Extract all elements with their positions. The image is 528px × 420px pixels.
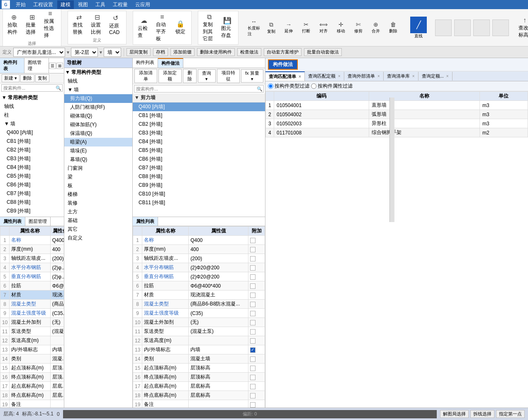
table-row[interactable]: 1 010504001 直形墙 m3 (266, 101, 528, 110)
cb-18[interactable] (250, 393, 255, 398)
level-copy-action[interactable]: 层间复制 (127, 48, 151, 56)
tree-cb8[interactable]: CB8 [外墙] (1, 198, 63, 207)
tab-layer-mgr-left[interactable]: 图层管理 (25, 217, 51, 226)
tree-cb6[interactable]: CB6 [外墙] (1, 181, 63, 189)
menu-view[interactable]: 视图 (75, 0, 91, 9)
nav-wall[interactable]: ▼ 墙 (64, 85, 132, 94)
tab-comp-list-main[interactable]: 构件列表 (133, 58, 158, 68)
delete-btn-left[interactable]: 删除 (20, 74, 34, 82)
comp-item-cb3[interactable]: CB3 [外墙] (133, 129, 265, 137)
tab-match-quota[interactable]: 查询匹配定额 × (305, 72, 344, 81)
recognize-btn-3[interactable] (473, 20, 490, 36)
tree-q400[interactable]: Q400 [内墙] (1, 128, 63, 137)
nav-hidden-beam[interactable]: 暗梁(A) (64, 138, 132, 147)
delete-unused-action[interactable]: 删除未使用构件 (197, 48, 235, 56)
menu-cloud[interactable]: 云应用 (132, 0, 153, 9)
comp-item-cb11[interactable]: CB11 [外墙] (133, 198, 265, 207)
filter-type-radio[interactable] (268, 83, 273, 89)
cb-2[interactable] (250, 247, 255, 252)
merge-btn[interactable]: ⊕合并 (367, 17, 384, 38)
cb-3[interactable] (250, 256, 255, 261)
tab-match-list[interactable]: 查询匹配清单 × (265, 71, 305, 81)
grid-icon[interactable]: ⊞ (56, 63, 63, 69)
tree-axis[interactable]: 轴线 (1, 102, 63, 111)
copy-other-btn[interactable]: ⧉复制到其它层 (201, 12, 217, 44)
tab-drawings[interactable]: 图纸管理 (24, 58, 49, 73)
cb-13[interactable] (250, 347, 255, 353)
nav-masonry-rib[interactable]: 砌体加筋(Y) (64, 120, 132, 129)
cb-17[interactable] (250, 384, 255, 389)
restore-cad-btn[interactable]: ↺还原CAD (107, 12, 124, 37)
tab-external-list[interactable]: 查询外部清单 × (344, 72, 384, 81)
close-list-lib[interactable]: × (412, 74, 415, 78)
cb-14[interactable] (250, 357, 255, 362)
status-action-2[interactable]: 拆线选择 (470, 410, 494, 418)
nav-foundation[interactable]: 基础 (64, 216, 132, 225)
change-mark-btn[interactable]: ↑查改标高 (516, 15, 528, 40)
cb-4[interactable] (250, 265, 255, 271)
nav-custom[interactable]: 自定义 (64, 234, 132, 242)
tree-common-types[interactable]: ▼ 常用构件类型 (1, 93, 63, 102)
comp-item-cb7[interactable]: CB7 [外墙] (133, 164, 265, 172)
comp-item-cb4[interactable]: CB4 [外墙] (133, 137, 265, 146)
add-quota-btn[interactable]: 添加定额 (158, 69, 181, 83)
align-btn[interactable]: ⟺对齐 (315, 17, 332, 38)
cloud-check-btn[interactable]: ☁云检查 (136, 12, 152, 44)
set-ratio-btn[interactable]: ⊟设置比例 (89, 12, 105, 37)
tree-cb2[interactable]: CB2 [外墙] (1, 146, 63, 154)
tree-cb4[interactable]: CB4 [外墙] (1, 163, 63, 172)
table-row[interactable]: 3 010502003 异形柱 m3 (266, 119, 528, 128)
tab-quota-def[interactable]: 查询定额... × (419, 72, 453, 81)
filter-prop-radio[interactable] (311, 83, 316, 89)
cb-9[interactable] (250, 311, 255, 316)
cb-7[interactable] (250, 293, 255, 298)
save-action[interactable]: 存档 (153, 48, 168, 56)
cb-1[interactable] (250, 238, 255, 243)
cb-6[interactable] (250, 283, 255, 289)
line-btn[interactable]: ╱ (410, 17, 427, 33)
menu-start[interactable]: 开始 (12, 0, 29, 9)
copy-btn-left[interactable]: 复制 (35, 74, 49, 82)
filter-by-type[interactable]: 按构件类型过滤 (268, 83, 309, 90)
comp-item-cb9[interactable]: CB9 [外墙] (133, 181, 265, 190)
press-select-btn[interactable]: ≡按属性选择 (42, 9, 58, 40)
query-btn[interactable]: 查询 ▾ (198, 69, 216, 83)
cb-10[interactable] (250, 320, 255, 325)
recognize-btn-4[interactable] (492, 20, 509, 36)
nav-civil-wall[interactable]: 人防门框墙(RF) (64, 103, 132, 112)
menu-tools[interactable]: 工具 (92, 0, 109, 9)
tab-comp-method[interactable]: 构件做法 (158, 58, 183, 68)
comp-item-cb6[interactable]: CB6 [外墙] (133, 155, 265, 164)
search-input-left[interactable] (1, 84, 63, 92)
tab-comp-list[interactable]: 构件列表 (0, 58, 24, 73)
tree-cb5[interactable]: CB5 [外墙] (1, 172, 63, 181)
table-row[interactable]: 2 010504002 弧形墙 m3 (266, 110, 528, 119)
tree-cb9[interactable]: CB9 [外墙] (1, 207, 63, 215)
project-feature-btn[interactable]: 项目特征 (217, 69, 240, 83)
pick-btn[interactable]: ⊕拾取构件 (5, 9, 22, 40)
nav-door-hole[interactable]: 门窗洞 (64, 164, 132, 173)
close-match-quota[interactable]: × (338, 74, 341, 78)
filter-by-prop[interactable]: 按构件属性过滤 (311, 83, 353, 90)
menu-build[interactable]: 建模 (57, 0, 74, 9)
cb-19[interactable] (250, 402, 255, 408)
tree-cb7[interactable]: CB7 [外墙] (1, 189, 63, 198)
formula-btn[interactable]: fx 算量 ▾ (241, 69, 263, 83)
nav-decoration[interactable]: 装修 (64, 199, 132, 208)
comp-item-q400[interactable]: Q400 [内墙] (133, 103, 265, 111)
cb-15[interactable] (250, 366, 255, 371)
comp-item-cb10[interactable]: CB10 [外墙] (133, 190, 265, 198)
comp-method-tab-btn[interactable]: 构件做法 (268, 59, 298, 70)
cb-11[interactable] (250, 329, 255, 335)
add-prefix-action[interactable]: 添加前缀 (170, 48, 195, 56)
batch-auto-method-action[interactable]: 批量自动套做法 (304, 48, 342, 56)
tree-cb3[interactable]: CB3 [外墙] (1, 154, 63, 163)
auto-maintain-action[interactable]: 自动套方案维护 (264, 48, 302, 56)
comp-item-cb8[interactable]: CB8 [外墙] (133, 172, 265, 181)
comp-item-cb5[interactable]: CB5 [外墙] (133, 146, 265, 155)
lock-btn[interactable]: 🔒锁定 (172, 12, 189, 44)
new-btn-left[interactable]: 新建 ▾ (2, 74, 19, 82)
list-icon[interactable]: ☰ (49, 63, 56, 69)
check-method-action[interactable]: 检查做法 (237, 48, 261, 56)
delete-comp-btn[interactable]: 删除 (183, 69, 197, 83)
